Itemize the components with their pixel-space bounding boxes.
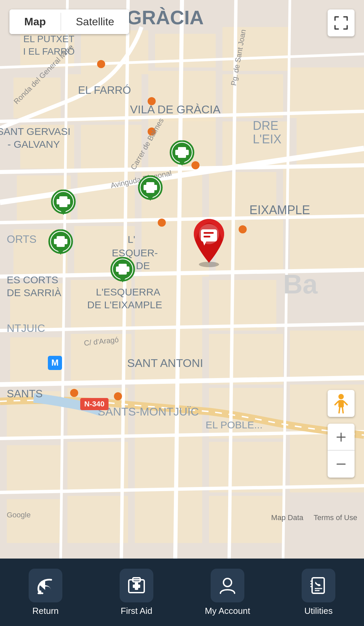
nav-item-return[interactable]: Return	[0, 569, 91, 616]
svg-text:SANT GERVASI: SANT GERVASI	[0, 126, 70, 137]
nav-icon-wrap-return	[29, 569, 62, 602]
svg-line-135	[344, 401, 347, 405]
green-marker-3[interactable]	[137, 175, 164, 207]
map-type-toggle[interactable]: Map Satellite	[9, 9, 129, 34]
svg-point-132	[338, 394, 344, 399]
svg-rect-32	[209, 334, 283, 385]
red-location-marker[interactable]	[189, 217, 229, 264]
account-icon	[218, 576, 237, 595]
zoom-out-button[interactable]	[328, 451, 355, 478]
nav-label-return: Return	[32, 606, 59, 616]
green-marker-4[interactable]	[169, 140, 195, 172]
svg-text:Google: Google	[7, 511, 31, 519]
nav-item-first-aid[interactable]: First Aid	[91, 569, 182, 616]
nav-label-first-aid: First Aid	[121, 606, 152, 616]
google-attribution: Google	[7, 510, 37, 522]
svg-text:M: M	[51, 358, 59, 368]
svg-rect-41	[135, 438, 202, 492]
svg-rect-119	[175, 150, 189, 155]
map-data-attribution: Map Data	[271, 513, 303, 522]
svg-text:DE L'EIXAMPLE: DE L'EIXAMPLE	[87, 299, 162, 310]
svg-point-69	[239, 225, 247, 233]
nav-icon-wrap-utilities	[302, 569, 335, 602]
nav-item-utilities[interactable]: Utilities	[273, 569, 364, 616]
green-marker-1[interactable]	[50, 190, 77, 222]
svg-point-65	[158, 219, 166, 227]
green-marker-5[interactable]	[109, 257, 136, 289]
utilities-icon	[309, 576, 328, 595]
svg-text:ORTS: ORTS	[7, 233, 36, 245]
green-marker-2[interactable]	[47, 229, 74, 261]
svg-text:L'EIX: L'EIX	[253, 132, 281, 146]
svg-rect-45	[67, 496, 128, 543]
svg-line-136	[339, 407, 340, 413]
map-background: GRÀCIA EL PUTXET I EL FARRÓ EL FARRÓ VIL…	[0, 0, 364, 559]
svg-text:SANTS-MONTJUÏC: SANTS-MONTJUÏC	[98, 405, 199, 418]
svg-rect-33	[290, 331, 364, 381]
svg-text:GRÀCIA: GRÀCIA	[127, 6, 204, 28]
svg-text:Ba: Ba	[283, 269, 318, 299]
svg-rect-114	[144, 185, 157, 190]
svg-text:EL FARRÓ: EL FARRÓ	[78, 84, 131, 96]
svg-rect-46	[135, 492, 202, 543]
svg-text:NTJUIC: NTJUIC	[7, 322, 45, 334]
svg-rect-28	[209, 280, 276, 331]
svg-point-62	[97, 60, 105, 68]
svg-rect-145	[133, 585, 140, 588]
svg-rect-24	[290, 219, 364, 270]
svg-text:EL PUTXET: EL PUTXET	[23, 34, 74, 44]
map-view[interactable]: GRÀCIA EL PUTXET I EL FARRÓ EL FARRÓ VIL…	[0, 0, 364, 559]
svg-line-134	[335, 401, 338, 405]
nav-label-utilities: Utilities	[304, 606, 333, 616]
return-icon	[36, 576, 55, 595]
svg-text:DE SARRIÀ: DE SARRIÀ	[7, 287, 61, 298]
bottom-navigation: Return First Aid My Account	[0, 559, 364, 626]
svg-rect-39	[7, 445, 61, 492]
svg-text:SANTS: SANTS	[7, 388, 43, 400]
svg-text:SANT ANTONI: SANT ANTONI	[127, 357, 203, 369]
svg-rect-4	[222, 27, 290, 71]
svg-point-67	[114, 392, 122, 400]
terms-of-use-link[interactable]: Terms of Use	[313, 513, 357, 522]
svg-line-137	[342, 407, 343, 413]
svg-rect-14	[297, 118, 364, 169]
svg-point-66	[70, 389, 78, 397]
svg-text:EIXAMPLE: EIXAMPLE	[249, 203, 310, 217]
svg-text:VILA DE GRÀCIA: VILA DE GRÀCIA	[130, 103, 221, 116]
svg-rect-130	[204, 232, 214, 234]
svg-rect-131	[204, 236, 210, 237]
svg-rect-42	[209, 442, 283, 492]
zoom-in-button[interactable]	[328, 424, 355, 451]
svg-rect-133	[338, 400, 344, 407]
first-aid-icon	[127, 576, 146, 595]
road-n340-badge: N-340	[80, 398, 109, 410]
nav-item-my-account[interactable]: My Account	[182, 569, 273, 616]
nav-label-my-account: My Account	[205, 606, 250, 616]
svg-rect-124	[116, 266, 129, 272]
svg-text:L': L'	[128, 234, 135, 245]
svg-text:- GALVANY: - GALVANY	[7, 139, 60, 150]
nav-icon-wrap-first-aid	[120, 569, 153, 602]
svg-rect-104	[57, 199, 70, 204]
svg-rect-109	[54, 239, 67, 244]
svg-rect-40	[67, 442, 128, 492]
nav-icon-wrap-my-account	[211, 569, 244, 602]
svg-rect-128	[201, 229, 217, 241]
street-view-button[interactable]	[328, 390, 355, 417]
svg-point-146	[223, 578, 232, 587]
zoom-controls[interactable]	[328, 424, 355, 478]
svg-text:EL POBLE...: EL POBLE...	[206, 419, 263, 430]
fullscreen-button[interactable]	[328, 9, 355, 36]
svg-text:DRE: DRE	[253, 119, 278, 133]
svg-text:ES CORTS: ES CORTS	[7, 274, 58, 285]
map-type-map-btn[interactable]: Map	[9, 9, 61, 34]
map-type-satellite-btn[interactable]: Satellite	[61, 9, 129, 34]
